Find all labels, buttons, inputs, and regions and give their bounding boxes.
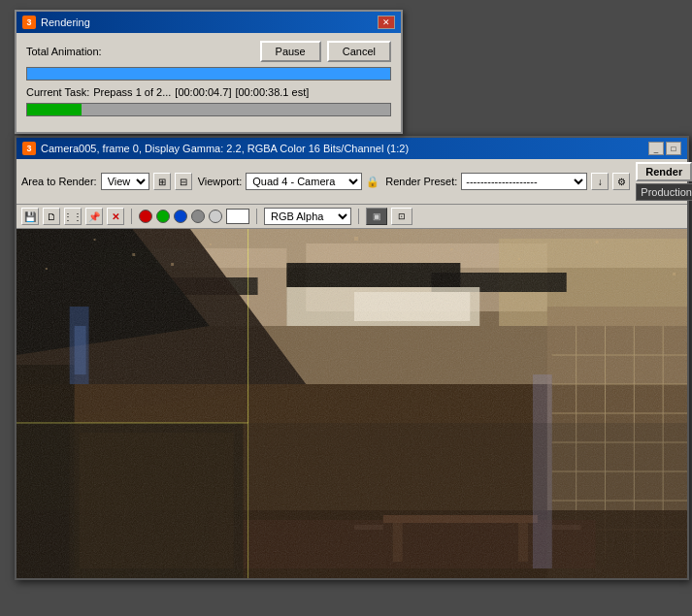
current-progress-bar [26, 103, 391, 116]
pause-button[interactable]: Pause [260, 41, 321, 62]
svg-rect-38 [94, 239, 96, 241]
svg-rect-39 [132, 253, 135, 256]
cancel-button[interactable]: Cancel [327, 41, 391, 62]
lock-icon: 🔒 [366, 174, 379, 189]
viewport-select[interactable]: Quad 4 - Camera [246, 173, 362, 190]
render-window-title: Camera005, frame 0, Display Gamma: 2.2, … [41, 143, 409, 154]
save-render-btn[interactable]: 💾 [21, 208, 39, 225]
app-icon: 3 [22, 16, 36, 29]
render-button[interactable]: Render [636, 162, 692, 181]
area-icon-btn-1[interactable]: ⊞ [153, 173, 171, 190]
svg-rect-52 [75, 326, 86, 374]
dialog-body: Total Animation: Pause Cancel Current Ta… [16, 33, 401, 132]
current-task-est: [00:00:38.1 est] [235, 86, 309, 98]
pin-btn[interactable]: 📌 [85, 208, 103, 225]
render-toolbar-2: 💾 🗋 ⋮⋮ 📌 ✕ RGB Alpha ▣ ⊡ [16, 205, 687, 229]
display-mode-btn-1[interactable]: ▣ [366, 208, 387, 225]
render-preset-section: Render Preset: -------------------- ↓ ⚙ [385, 173, 630, 190]
render-toolbar-1: Area to Render: View ⊞ ⊟ Viewport: Quad … [16, 159, 687, 205]
current-task-time: [00:00:04.7] [175, 86, 231, 98]
color-swatch[interactable] [226, 209, 249, 224]
svg-rect-43 [596, 241, 599, 243]
current-task-label: Current Task: [26, 86, 89, 98]
blue-channel-btn[interactable] [174, 210, 187, 223]
svg-rect-44 [46, 268, 48, 270]
svg-rect-47 [673, 273, 676, 276]
svg-rect-50 [16, 423, 687, 578]
close-button[interactable]: ✕ [378, 16, 395, 29]
channels-btn[interactable]: ⋮⋮ [64, 208, 82, 225]
render-titlebar: 3 Camera005, frame 0, Display Gamma: 2.2… [16, 138, 687, 159]
svg-rect-41 [354, 237, 358, 241]
preset-icon-1[interactable]: ↓ [591, 173, 609, 190]
preset-icon-2[interactable]: ⚙ [612, 173, 630, 190]
divider-2 [256, 209, 257, 224]
total-animation-label: Total Animation: [26, 46, 102, 57]
gray-channel-btn-2[interactable] [209, 210, 222, 223]
gray-channel-btn-1[interactable] [191, 210, 205, 223]
total-progress-fill [27, 68, 390, 80]
viewport-label: Viewport: [198, 176, 243, 187]
total-animation-row: Total Animation: Pause Cancel [26, 41, 391, 62]
divider-3 [358, 209, 359, 224]
clear-btn[interactable]: ✕ [107, 208, 124, 225]
render-section: Render Production [636, 162, 692, 201]
red-channel-btn[interactable] [139, 210, 152, 223]
channel-select[interactable]: RGB Alpha [264, 208, 351, 225]
render-viewport [16, 229, 687, 578]
current-task-row: Current Task: Prepass 1 of 2... [00:00:0… [26, 86, 391, 98]
svg-rect-45 [171, 263, 174, 266]
rendering-dialog: 3 Rendering ✕ Total Animation: Pause Can… [15, 10, 403, 134]
minimize-button[interactable]: _ [648, 142, 664, 155]
divider-1 [131, 209, 132, 224]
svg-rect-40 [210, 243, 212, 245]
area-to-render-section: Area to Render: View ⊞ ⊟ [21, 173, 192, 190]
rendering-dialog-titlebar: 3 Rendering ✕ [16, 12, 401, 33]
svg-rect-46 [518, 258, 520, 260]
green-channel-btn[interactable] [156, 210, 170, 223]
render-window: 3 Camera005, frame 0, Display Gamma: 2.2… [15, 136, 689, 580]
area-label: Area to Render: [21, 176, 97, 187]
svg-rect-42 [450, 248, 452, 250]
current-task-text: Prepass 1 of 2... [93, 86, 171, 98]
render-app-icon: 3 [22, 142, 36, 155]
clone-render-btn[interactable]: 🗋 [43, 208, 60, 225]
area-icon-btn-2[interactable]: ⊟ [175, 173, 192, 190]
area-select[interactable]: View [101, 173, 149, 190]
dialog-title: Rendering [41, 16, 90, 28]
viewport-section: Viewport: Quad 4 - Camera 🔒 [198, 173, 380, 190]
titlebar-left: 3 Rendering [22, 16, 90, 29]
render-preset-select[interactable]: -------------------- [461, 173, 587, 190]
titlebar-controls: _ □ [648, 142, 681, 155]
total-progress-bar [26, 67, 391, 81]
display-mode-btn-2[interactable]: ⊡ [391, 208, 412, 225]
production-input[interactable]: Production [636, 183, 692, 201]
maximize-button[interactable]: □ [666, 142, 681, 155]
render-preset-label: Render Preset: [385, 176, 457, 187]
current-progress-fill [27, 104, 82, 115]
render-image [16, 229, 687, 578]
